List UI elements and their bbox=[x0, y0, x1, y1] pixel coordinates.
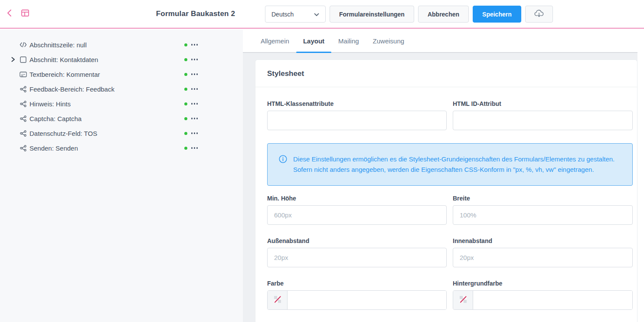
share-icon bbox=[20, 115, 27, 122]
padding-input[interactable] bbox=[453, 248, 633, 267]
share-icon bbox=[20, 145, 27, 151]
tab-mailing[interactable]: Mailing bbox=[331, 30, 366, 52]
panel-heading: Stylesheet bbox=[267, 69, 632, 78]
textarea-icon bbox=[20, 72, 27, 77]
field-padding: Innenabstand bbox=[453, 237, 633, 267]
tree-item-label: Abschnittszeile: null bbox=[29, 41, 87, 49]
tab-bar: Allgemein Layout Mailing Zuweisung bbox=[243, 30, 644, 53]
field-label: Breite bbox=[453, 195, 633, 202]
status-dot bbox=[184, 43, 187, 46]
chevron-down-icon bbox=[314, 11, 319, 18]
margin-input[interactable] bbox=[267, 248, 447, 267]
no-color-icon bbox=[274, 296, 281, 305]
form-settings-button[interactable]: Formulareinstellungen bbox=[330, 6, 414, 23]
header: Formular Baukasten 2 Deutsch Formularein… bbox=[0, 0, 644, 29]
item-menu-button[interactable] bbox=[191, 42, 198, 47]
status-dot bbox=[184, 88, 187, 91]
field-label: Farbe bbox=[267, 280, 447, 287]
field-label: HTML ID-Attribut bbox=[453, 100, 633, 107]
tree-item-datenschutz[interactable]: Datenschutz-Feld: TOS bbox=[0, 126, 243, 141]
code-icon bbox=[20, 42, 27, 47]
field-label: Außenabstand bbox=[267, 237, 447, 244]
item-menu-button[interactable] bbox=[191, 145, 198, 151]
language-select[interactable]: Deutsch bbox=[265, 6, 326, 23]
status-dot bbox=[184, 58, 187, 61]
field-label: Innenabstand bbox=[453, 237, 633, 244]
tab-zuweisung[interactable]: Zuweisung bbox=[366, 30, 412, 52]
export-button[interactable] bbox=[525, 6, 553, 23]
field-html-class: HTML-Klassenattribute bbox=[267, 100, 447, 130]
field-html-id: HTML ID-Attribut bbox=[453, 100, 633, 130]
status-dot bbox=[184, 132, 187, 135]
tree-item-label: Feedback-Bereich: Feedback bbox=[29, 85, 114, 93]
html-class-input[interactable] bbox=[267, 111, 447, 130]
tree-item-hinweis[interactable]: Hinweis: Hints bbox=[0, 96, 243, 111]
tree-item-captcha[interactable]: Captcha: Captcha bbox=[0, 111, 243, 126]
color-picker-swatch[interactable] bbox=[453, 291, 473, 309]
info-box: Diese Einstellungen ermöglichen es die S… bbox=[267, 143, 633, 186]
share-icon bbox=[20, 130, 27, 137]
element-tree: Abschnittszeile: null Abschnitt: Kontakt… bbox=[0, 30, 243, 322]
tree-item-label: Abschnitt: Kontaktdaten bbox=[29, 56, 98, 63]
field-background-color: Hintergrundfarbe bbox=[453, 280, 633, 310]
field-margin: Außenabstand bbox=[267, 237, 447, 267]
status-dot bbox=[184, 102, 187, 105]
tree-item-senden[interactable]: Senden: Senden bbox=[0, 141, 243, 155]
section-icon bbox=[20, 56, 27, 63]
field-label: HTML-Klassenattribute bbox=[267, 100, 447, 107]
color-input[interactable] bbox=[288, 291, 446, 309]
tree-item-label: Senden: Senden bbox=[29, 145, 78, 152]
status-dot bbox=[184, 117, 187, 120]
color-picker-swatch[interactable] bbox=[268, 291, 288, 309]
field-min-height: Min. Höhe bbox=[267, 195, 447, 225]
tree-item-abschnitt[interactable]: Abschnitt: Kontaktdaten bbox=[0, 52, 243, 67]
language-select-value: Deutsch bbox=[271, 11, 294, 18]
tree-item-label: Textbereich: Kommentar bbox=[29, 71, 100, 78]
field-label: Hintergrundfarbe bbox=[453, 280, 633, 287]
background-color-input[interactable] bbox=[473, 291, 632, 309]
tree-item-feedback[interactable]: Feedback-Bereich: Feedback bbox=[0, 82, 243, 96]
item-menu-button[interactable] bbox=[191, 131, 198, 136]
form-builder-app: Formular Baukasten 2 Deutsch Formularein… bbox=[0, 0, 644, 322]
save-button[interactable]: Speichern bbox=[473, 6, 521, 23]
tree-item-abschnittszeile[interactable]: Abschnittszeile: null bbox=[0, 37, 243, 52]
cloud-download-icon bbox=[534, 9, 544, 19]
item-menu-button[interactable] bbox=[191, 116, 198, 121]
item-menu-button[interactable] bbox=[191, 72, 198, 77]
share-icon bbox=[20, 101, 27, 107]
no-color-icon bbox=[459, 296, 467, 305]
info-icon bbox=[279, 155, 287, 175]
stylesheet-form: HTML-Klassenattribute HTML ID-Attribut D… bbox=[267, 100, 632, 310]
field-label: Min. Höhe bbox=[267, 195, 447, 202]
tab-layout[interactable]: Layout bbox=[296, 30, 331, 52]
field-color: Farbe bbox=[267, 280, 447, 310]
tree-item-label: Captcha: Captcha bbox=[29, 115, 82, 122]
item-menu-button[interactable] bbox=[191, 57, 198, 62]
tab-allgemein[interactable]: Allgemein bbox=[254, 30, 296, 52]
status-dot bbox=[184, 73, 187, 76]
info-text: Diese Einstellungen ermöglichen es die S… bbox=[293, 154, 619, 175]
scrollbar-track[interactable] bbox=[637, 30, 644, 322]
item-menu-button[interactable] bbox=[191, 101, 198, 106]
min-height-input[interactable] bbox=[267, 205, 447, 225]
tree-item-textbereich[interactable]: Textbereich: Kommentar bbox=[0, 67, 243, 82]
tree-item-label: Datenschutz-Feld: TOS bbox=[29, 130, 97, 137]
status-dot bbox=[184, 147, 187, 150]
item-menu-button[interactable] bbox=[191, 86, 198, 92]
divider bbox=[255, 87, 637, 87]
html-id-input[interactable] bbox=[453, 111, 633, 130]
main-area: Allgemein Layout Mailing Zuweisung Style… bbox=[243, 30, 644, 322]
field-width: Breite bbox=[453, 195, 633, 225]
share-icon bbox=[20, 86, 27, 92]
chevron-right-icon[interactable] bbox=[11, 57, 20, 62]
stylesheet-panel: Stylesheet HTML-Klassenattribute HTML ID… bbox=[255, 59, 637, 322]
tree-item-label: Hinweis: Hints bbox=[29, 100, 71, 108]
width-input[interactable] bbox=[453, 205, 633, 225]
cancel-button[interactable]: Abbrechen bbox=[418, 6, 469, 23]
